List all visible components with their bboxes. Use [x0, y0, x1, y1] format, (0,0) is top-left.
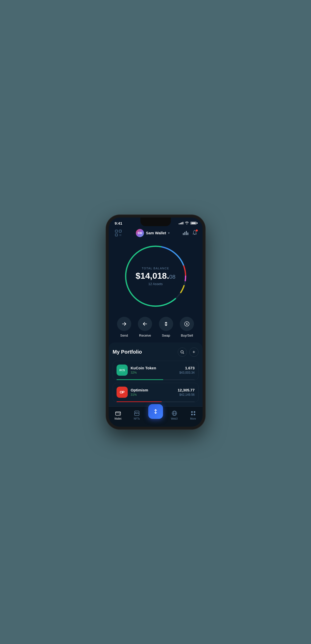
- asset-item-optimism[interactable]: OP Optimism 31% 12,305.77 $42,149.56: [113, 383, 199, 402]
- notification-badge: [195, 229, 198, 232]
- notch: [140, 218, 171, 226]
- balance-assets: 12 Assets: [133, 282, 178, 286]
- svg-point-19: [119, 414, 120, 414]
- send-icon: [117, 317, 131, 331]
- svg-text:$: $: [186, 323, 188, 325]
- receive-button[interactable]: Receive: [138, 317, 152, 337]
- swap-label: Swap: [162, 334, 170, 337]
- wallet-selector[interactable]: SW Sam Wallet ▾: [136, 229, 170, 237]
- portfolio-add-button[interactable]: +: [189, 348, 199, 357]
- optimism-amount: 12,305.77: [178, 388, 195, 392]
- balance-label: TOTAL BALANCE: [133, 267, 178, 270]
- svg-rect-18: [116, 412, 121, 415]
- status-time: 9:41: [115, 221, 122, 225]
- kucoin-usd: $43,003.34: [179, 371, 194, 374]
- svg-rect-25: [194, 411, 195, 413]
- nav-web3[interactable]: Web3: [165, 409, 184, 420]
- svg-rect-2: [115, 234, 118, 236]
- asset-row-optimism: OP Optimism 31% 12,305.77 $42,149.56: [117, 387, 195, 401]
- svg-rect-26: [191, 414, 193, 415]
- phone-screen: 9:41: [109, 218, 203, 427]
- receive-icon: [138, 317, 152, 331]
- scan-button[interactable]: [114, 228, 123, 238]
- balance-info: TOTAL BALANCE $14,018.08 12 Assets: [133, 267, 178, 286]
- portfolio-header: My Portfolio +: [113, 348, 199, 357]
- optimism-values: 12,305.77 $42,149.56: [178, 388, 195, 397]
- kucoin-amount: 1.673: [179, 366, 194, 370]
- svg-rect-3: [120, 234, 120, 235]
- optimism-name: Optimism: [131, 388, 175, 392]
- svg-rect-5: [120, 235, 120, 236]
- optimism-usd: $42,149.56: [178, 393, 195, 397]
- balance-circle: TOTAL BALANCE $14,018.08 12 Assets: [123, 243, 189, 309]
- kucoin-icon: KCS: [117, 365, 128, 376]
- nav-more[interactable]: More: [184, 409, 203, 420]
- wallet-name: Sam Wallet: [146, 231, 166, 235]
- nav-more-label: More: [190, 417, 196, 420]
- wifi-icon: [185, 221, 189, 225]
- kucoin-progress-fill: [117, 379, 163, 380]
- battery-icon: [190, 222, 197, 225]
- swap-icon: [159, 317, 173, 331]
- balance-section: TOTAL BALANCE $14,018.08 12 Assets: [109, 241, 203, 314]
- kucoin-progress-bar: [117, 379, 195, 380]
- send-label: Send: [120, 334, 128, 337]
- notifications-button[interactable]: [192, 230, 198, 236]
- avatar: SW: [136, 229, 144, 237]
- nav-nfts[interactable]: NFTs: [127, 409, 146, 420]
- svg-rect-24: [191, 411, 193, 413]
- optimism-info: Optimism 31%: [131, 388, 175, 397]
- nav-nfts-label: NFTs: [134, 417, 140, 420]
- optimism-percent: 31%: [131, 393, 175, 397]
- buysell-label: Buy/Sell: [181, 334, 193, 337]
- svg-rect-0: [115, 230, 118, 232]
- send-button[interactable]: Send: [117, 317, 131, 337]
- asset-item-kucoin[interactable]: KCS KuCoin Token 32% 1.673 $43,003.34: [113, 361, 199, 380]
- portfolio-actions: +: [178, 348, 199, 357]
- svg-point-21: [136, 412, 136, 413]
- kucoin-values: 1.673 $43,003.34: [179, 366, 194, 374]
- receive-label: Receive: [139, 334, 151, 337]
- analytics-button[interactable]: [183, 231, 188, 235]
- svg-rect-6: [121, 235, 121, 236]
- portfolio-title: My Portfolio: [113, 349, 142, 355]
- kucoin-info: KuCoin Token 32%: [131, 366, 176, 374]
- signal-icon: [179, 222, 183, 224]
- nav-web3-label: Web3: [171, 417, 178, 420]
- nav-center-area: [146, 404, 165, 419]
- status-icons: [179, 221, 197, 225]
- optimism-progress-bar: [117, 401, 195, 402]
- kucoin-name: KuCoin Token: [131, 366, 176, 370]
- header-right-actions: [183, 230, 198, 236]
- phone-frame: 9:41: [106, 215, 205, 429]
- asset-row-kucoin: KCS KuCoin Token 32% 1.673 $43,003.34: [117, 365, 195, 379]
- balance-amount: $14,018.08: [133, 271, 178, 280]
- kucoin-percent: 32%: [131, 371, 176, 374]
- optimism-icon: OP: [117, 387, 128, 398]
- nav-center-button[interactable]: [148, 404, 163, 419]
- svg-rect-4: [121, 234, 121, 235]
- chevron-down-icon: ▾: [168, 231, 170, 235]
- portfolio-search-button[interactable]: [178, 348, 187, 357]
- nav-wallet[interactable]: Wallet: [109, 409, 127, 420]
- app-header: SW Sam Wallet ▾: [109, 226, 203, 241]
- action-buttons: Send Receive Swap: [109, 314, 203, 342]
- svg-rect-1: [119, 230, 121, 232]
- bottom-nav: Wallet NFTs: [109, 406, 203, 427]
- buysell-button[interactable]: $ Buy/Sell: [180, 317, 194, 337]
- optimism-progress-fill: [117, 401, 162, 402]
- svg-text:KCS: KCS: [119, 369, 125, 372]
- swap-button[interactable]: Swap: [159, 317, 173, 337]
- buysell-icon: $: [180, 317, 194, 331]
- nav-wallet-label: Wallet: [114, 417, 121, 420]
- svg-rect-27: [194, 414, 195, 415]
